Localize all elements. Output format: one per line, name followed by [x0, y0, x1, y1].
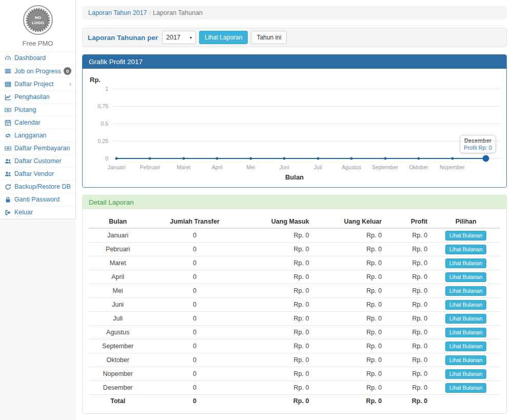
svg-text:NO: NO: [35, 15, 41, 20]
chart-point-maret[interactable]: [182, 157, 185, 160]
chart-point-agustus[interactable]: [350, 157, 353, 160]
sidebar-item-daftar-pembayaran[interactable]: Daftar Pembayaran: [0, 142, 75, 155]
table-cell: Rp. 0: [243, 256, 313, 270]
table-row: Agustus0Rp. 0Rp. 0Rp. 0Lihat Bulanan: [89, 326, 500, 339]
table-cell: Rp. 0: [243, 339, 313, 353]
table-action-cell: [431, 395, 500, 408]
lock-icon: [4, 196, 12, 203]
chart-point-januari[interactable]: [115, 157, 118, 160]
chevron-down-icon: ▾: [190, 35, 192, 40]
chart-x-tick: Pebruari: [140, 164, 161, 170]
lihat-bulanan-button[interactable]: Lihat Bulanan: [445, 355, 486, 365]
chart-point-pebruari[interactable]: [149, 157, 151, 160]
sidebar-item-label: Piutang: [14, 106, 36, 113]
table-cell: Rp. 0: [386, 270, 431, 284]
no-logo-icon: NO LOGO: [23, 30, 53, 37]
table-cell: 0: [147, 353, 242, 367]
table-body: Januari0Rp. 0Rp. 0Rp. 0Lihat BulananPebr…: [89, 228, 500, 407]
lihat-bulanan-button[interactable]: Lihat Bulanan: [445, 272, 486, 282]
chart-point-nopember[interactable]: [451, 157, 453, 160]
sidebar-item-label: Daftar Project: [14, 81, 53, 88]
lihat-bulanan-button[interactable]: Lihat Bulanan: [445, 328, 486, 337]
lihat-bulanan-button[interactable]: Lihat Bulanan: [445, 369, 486, 379]
chart-point-juli[interactable]: [317, 157, 319, 160]
table-action-cell: Lihat Bulanan: [431, 326, 500, 339]
breadcrumb-current: Laporan Tahunan: [153, 9, 203, 16]
year-select[interactable]: 2017 ▾: [162, 31, 196, 44]
lihat-bulanan-button[interactable]: Lihat Bulanan: [445, 300, 486, 310]
table-cell: Rp. 0: [313, 353, 386, 367]
sidebar-item-daftar-project[interactable]: Daftar Project‹: [0, 78, 75, 91]
tahun-ini-button[interactable]: Tahun ini: [251, 31, 287, 44]
column-header: Pilihan: [431, 215, 500, 228]
sidebar-item-keluar[interactable]: Keluar: [0, 206, 75, 219]
table-icon: [4, 81, 12, 88]
chart-gridline: [112, 106, 500, 107]
sidebar-item-dashboard[interactable]: Dashboard: [0, 52, 75, 65]
sidebar-item-daftar-customer[interactable]: Daftar Customer: [0, 155, 75, 168]
retweet-icon: [4, 132, 12, 139]
lihat-bulanan-button[interactable]: Lihat Bulanan: [445, 286, 486, 296]
sidebar-item-langganan[interactable]: Langganan: [0, 129, 75, 142]
table-cell: Rp. 0: [313, 284, 386, 298]
lihat-bulanan-button[interactable]: Lihat Bulanan: [445, 342, 486, 351]
sidebar-item-ganti-password[interactable]: Ganti Password: [0, 193, 75, 206]
chart-x-tick: Juli: [314, 164, 322, 170]
table-cell: Rp. 0: [243, 395, 313, 408]
table-row: Desember0Rp. 0Rp. 0Rp. 0Lihat Bulanan: [89, 381, 500, 395]
sidebar-item-job-on-progress[interactable]: Job on Progress0: [0, 65, 75, 78]
money-icon: [4, 107, 12, 113]
table-cell: Rp. 0: [386, 353, 431, 367]
chart-gridline: [112, 141, 500, 142]
sidebar-item-daftar-vendor[interactable]: Daftar Vendor: [0, 168, 75, 181]
chart-point-desember[interactable]: [483, 155, 489, 162]
profit-chart-panel: Grafik Profit 2017 Rp. Desember Profit R…: [82, 54, 507, 188]
table-cell: 0: [147, 326, 242, 339]
column-header: Uang Masuk: [243, 215, 313, 228]
chart-point-juni[interactable]: [283, 157, 286, 160]
lihat-bulanan-button[interactable]: Lihat Bulanan: [445, 314, 486, 324]
chart-point-oktober[interactable]: [418, 157, 420, 160]
lihat-bulanan-button[interactable]: Lihat Bulanan: [445, 245, 486, 254]
sidebar-item-label: Keluar: [14, 209, 33, 216]
sidebar-item-calendar[interactable]: Calendar: [0, 116, 75, 129]
table-action-cell: Lihat Bulanan: [431, 312, 500, 326]
table-cell: Rp. 0: [386, 367, 431, 381]
chart-x-tick: Maret: [176, 164, 190, 170]
report-filter-bar: Laporan Tahunan per 2017 ▾ Lihat Laporan…: [82, 28, 507, 47]
profit-series-line: [116, 158, 486, 159]
table-row: Oktober0Rp. 0Rp. 0Rp. 0Lihat Bulanan: [89, 353, 500, 367]
users-icon: [4, 171, 12, 177]
chart-x-axis-title: Bulan: [89, 173, 500, 181]
table-cell: Rp. 0: [386, 228, 431, 243]
sidebar-item-piutang[interactable]: Piutang: [0, 104, 75, 116]
chart-y-tick: 0.75: [89, 103, 108, 109]
table-cell: Desember: [89, 381, 147, 395]
sidebar-menu: DashboardJob on Progress0Daftar Project‹…: [0, 52, 75, 219]
sidebar-item-label: Calendar: [14, 119, 41, 126]
chart-point-mei[interactable]: [249, 157, 252, 160]
table-cell: April: [89, 270, 147, 284]
sign-out-icon: [4, 209, 12, 216]
sidebar-item-label: Daftar Vendor: [14, 170, 54, 177]
table-cell: Rp. 0: [243, 353, 313, 367]
table-row: Maret0Rp. 0Rp. 0Rp. 0Lihat Bulanan: [89, 256, 500, 270]
sidebar-item-backup-restore-db[interactable]: Backup/Restore DB: [0, 181, 75, 193]
chart-point-september[interactable]: [384, 157, 386, 160]
lihat-laporan-button[interactable]: Lihat Laporan: [199, 31, 248, 44]
lihat-bulanan-button[interactable]: Lihat Bulanan: [445, 258, 486, 268]
table-action-cell: Lihat Bulanan: [431, 353, 500, 367]
table-cell: Rp. 0: [386, 381, 431, 395]
chart-point-april[interactable]: [216, 157, 219, 160]
chart-x-tick: April: [212, 164, 223, 170]
table-cell: Rp. 0: [243, 367, 313, 381]
table-cell: Rp. 0: [243, 312, 313, 326]
table-row: April0Rp. 0Rp. 0Rp. 0Lihat Bulanan: [89, 270, 500, 284]
lihat-bulanan-button[interactable]: Lihat Bulanan: [445, 383, 486, 393]
breadcrumb-link[interactable]: Laporan Tahun 2017: [88, 9, 147, 16]
sidebar-item-penghasilan[interactable]: Penghasilan: [0, 91, 75, 104]
lihat-bulanan-button[interactable]: Lihat Bulanan: [445, 231, 486, 241]
sidebar-item-label: Ganti Password: [14, 196, 60, 203]
chart-tooltip: Desember Profit Rp: 0: [460, 135, 496, 153]
table-cell: 0: [147, 284, 242, 298]
